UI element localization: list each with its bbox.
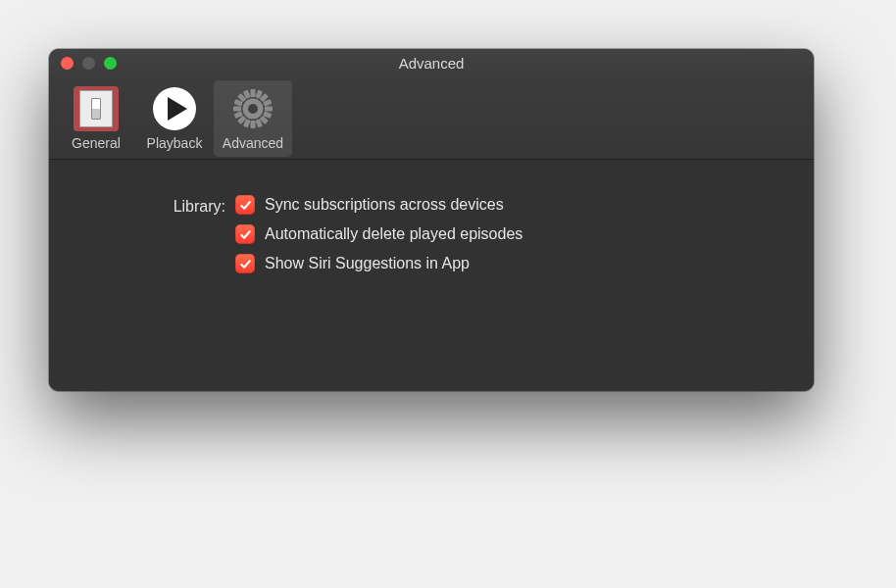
option-auto-delete-label: Automatically delete played episodes bbox=[265, 225, 523, 243]
option-siri-suggestions[interactable]: Show Siri Suggestions in App bbox=[235, 254, 523, 273]
option-siri-suggestions-label: Show Siri Suggestions in App bbox=[265, 255, 470, 272]
content-pane: Library: Sync subscriptions across devic… bbox=[49, 160, 814, 391]
svg-rect-2 bbox=[251, 89, 256, 97]
window-controls bbox=[49, 57, 117, 70]
checkbox-sync-subscriptions[interactable] bbox=[235, 195, 255, 215]
svg-rect-5 bbox=[265, 107, 273, 112]
play-icon bbox=[150, 84, 199, 133]
gear-icon bbox=[228, 84, 277, 133]
tab-playback-label: Playback bbox=[147, 135, 203, 151]
minimize-button[interactable] bbox=[82, 57, 95, 70]
library-section-label: Library: bbox=[88, 195, 235, 216]
svg-point-19 bbox=[248, 104, 258, 114]
checkbox-auto-delete[interactable] bbox=[235, 224, 255, 244]
checkbox-siri-suggestions[interactable] bbox=[235, 254, 255, 273]
close-button[interactable] bbox=[61, 57, 74, 70]
tab-playback[interactable]: Playback bbox=[135, 80, 214, 157]
window-title: Advanced bbox=[49, 55, 814, 72]
checkmark-icon bbox=[239, 228, 252, 241]
tab-advanced-label: Advanced bbox=[223, 135, 283, 151]
checkmark-icon bbox=[239, 199, 252, 212]
tab-general-label: General bbox=[72, 135, 121, 151]
tab-general[interactable]: General bbox=[57, 80, 135, 157]
library-options: Sync subscriptions across devices Automa… bbox=[235, 195, 523, 273]
toolbar: General Playback bbox=[49, 76, 814, 160]
svg-rect-4 bbox=[233, 107, 241, 112]
checkmark-icon bbox=[239, 258, 252, 270]
option-auto-delete[interactable]: Automatically delete played episodes bbox=[235, 224, 523, 244]
general-icon bbox=[72, 84, 121, 133]
svg-rect-3 bbox=[251, 121, 256, 128]
option-sync-subscriptions-label: Sync subscriptions across devices bbox=[265, 196, 504, 214]
tab-advanced[interactable]: Advanced bbox=[214, 80, 292, 157]
preferences-window: Advanced General Playback bbox=[49, 49, 814, 391]
zoom-button[interactable] bbox=[104, 57, 117, 70]
option-sync-subscriptions[interactable]: Sync subscriptions across devices bbox=[235, 195, 523, 215]
titlebar: Advanced bbox=[49, 49, 814, 76]
